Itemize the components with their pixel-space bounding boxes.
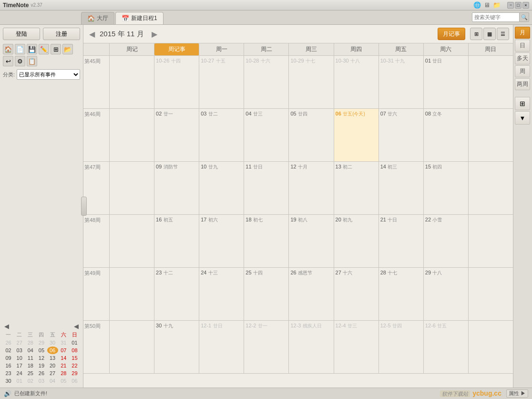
filter-icon-button[interactable]: ▼ [515, 111, 530, 125]
search-input[interactable] [472, 12, 520, 22]
cal-prev-button[interactable]: ◀ [87, 30, 97, 39]
cal-day-cell[interactable]: 15 初四 [424, 162, 469, 214]
mini-day[interactable]: 03 [14, 346, 25, 354]
cal-day-cell[interactable]: 14 初三 [379, 162, 424, 214]
mini-cal-prev2[interactable]: ◀ [72, 323, 80, 330]
dow-monday[interactable]: 周一 [199, 43, 244, 55]
cal-day-cell-last[interactable] [469, 215, 513, 267]
mini-day[interactable]: 17 [14, 362, 25, 369]
tab-hall[interactable]: 🏠 大厅 [81, 12, 114, 24]
undo-icon[interactable]: ↩ [3, 56, 13, 66]
cal-day-cell[interactable]: 10-31 十九 [379, 56, 424, 108]
month-view-button[interactable]: 月 [515, 27, 530, 39]
cal-day-cell[interactable]: 25 十四 [244, 268, 289, 320]
cal-day-cell[interactable]: 12-5 廿四 [379, 321, 424, 373]
cal-day-cell[interactable]: 28 十七 [379, 268, 424, 320]
week-diary-cell[interactable] [110, 56, 154, 108]
mini-day[interactable]: 26 [3, 339, 14, 346]
cal-day-cell[interactable]: 10-26 十四 [154, 56, 199, 108]
mini-day[interactable]: 04 [47, 377, 58, 385]
minimize-button[interactable]: － [507, 2, 514, 9]
maximize-button[interactable]: □ [515, 2, 522, 9]
mini-day[interactable]: 28 [25, 339, 36, 346]
mini-day[interactable]: 09 [3, 354, 14, 362]
mini-day[interactable]: 27 [47, 369, 58, 377]
cal-day-cell[interactable]: 09 消防节 [154, 162, 199, 214]
mini-day[interactable]: 23 [3, 369, 14, 377]
mini-day[interactable]: 08 [69, 346, 80, 354]
mini-day[interactable]: 01 [14, 377, 25, 385]
cal-day-cell[interactable]: 12-6 廿五 [424, 321, 469, 373]
week-view-button[interactable]: 周 [515, 65, 530, 77]
properties-button[interactable]: 属性 ▶ [506, 389, 528, 398]
tab-new-event[interactable]: 📅 新建日程1 [115, 12, 164, 24]
dow-wednesday[interactable]: 周三 [289, 43, 334, 55]
week-view-icon[interactable]: ▦ [483, 28, 496, 40]
cal-day-cell-last[interactable] [469, 162, 513, 214]
cal-day-cell[interactable]: 12-3 残疾人日 [289, 321, 334, 373]
home-icon[interactable]: 🏠 [3, 44, 13, 54]
cal-day-cell[interactable]: 10-28 十六 [244, 56, 289, 108]
dow-thursday[interactable]: 周四 [334, 43, 379, 55]
cal-day-cell-last[interactable] [469, 268, 513, 320]
cal-day-cell-last[interactable] [469, 109, 513, 161]
cal-day-cell[interactable]: 29 十八 [424, 268, 469, 320]
cal-day-cell[interactable]: 11 廿日 [244, 162, 289, 214]
cal-day-cell[interactable]: 22 小雪 [424, 215, 469, 267]
mini-day[interactable]: 30 [47, 339, 58, 346]
new-file-icon[interactable]: 📄 [15, 44, 25, 54]
two-week-view-button[interactable]: 两周 [515, 78, 530, 90]
week-diary-cell[interactable] [110, 109, 154, 161]
clipboard-icon[interactable]: 📋 [27, 56, 37, 66]
week-diary-cell[interactable] [110, 321, 154, 373]
open-folder-icon[interactable]: 📂 [62, 44, 73, 54]
mini-day[interactable]: 16 [3, 362, 14, 369]
mini-day[interactable]: 31 [58, 339, 69, 346]
multi-day-view-button[interactable]: 多天 [515, 52, 530, 64]
mini-day-today[interactable]: 06 [47, 346, 58, 354]
cal-day-cell[interactable]: 13 初二 [334, 162, 379, 214]
month-events-button[interactable]: 月记事 [438, 28, 465, 40]
week-diary-cell[interactable] [110, 268, 154, 320]
cal-day-cell-last[interactable] [469, 56, 513, 108]
dow-saturday[interactable]: 周六 [424, 43, 469, 55]
cal-day-cell[interactable]: 10 廿九 [199, 162, 244, 214]
cal-day-cell-last[interactable] [469, 321, 513, 373]
search-button[interactable]: 🔍 [520, 12, 529, 22]
cal-day-cell[interactable]: 16 初五 [154, 215, 199, 267]
cal-day-cell[interactable]: 19 初八 [289, 215, 334, 267]
dow-sunday[interactable]: 周日 [469, 43, 513, 55]
cal-day-cell[interactable]: 12 十月 [289, 162, 334, 214]
mini-day[interactable]: 10 [14, 354, 25, 362]
save-icon[interactable]: 💾 [27, 44, 37, 54]
cal-next-button[interactable]: ▶ [150, 30, 159, 39]
dow-week-diary[interactable]: 周记 [110, 43, 154, 55]
mini-day[interactable]: 24 [14, 369, 25, 377]
mini-day[interactable]: 21 [58, 362, 69, 369]
cal-day-cell[interactable]: 23 十二 [154, 268, 199, 320]
mini-day[interactable]: 19 [36, 362, 47, 369]
mini-day[interactable]: 22 [69, 362, 80, 369]
mini-day[interactable]: 15 [69, 354, 80, 362]
mini-day[interactable]: 26 [36, 369, 47, 377]
cal-day-cell[interactable]: 17 初六 [199, 215, 244, 267]
cal-day-cell[interactable]: 03 廿二 [199, 109, 244, 161]
cal-day-cell[interactable]: 18 初七 [244, 215, 289, 267]
dow-friday[interactable]: 周五 [379, 43, 424, 55]
close-button[interactable]: × [522, 2, 529, 9]
edit-icon[interactable]: ✏️ [39, 44, 49, 54]
dow-week-events[interactable]: 周记事 [154, 43, 199, 55]
cal-day-cell[interactable]: 12-4 廿三 [334, 321, 379, 373]
mini-day[interactable]: 02 [3, 346, 14, 354]
cal-day-cell[interactable]: 10-27 十五 [199, 56, 244, 108]
apps-icon[interactable]: ⊞ [51, 44, 61, 54]
mini-day[interactable]: 28 [58, 369, 69, 377]
mini-day[interactable]: 13 [47, 354, 58, 362]
cal-day-cell[interactable]: 07 廿六 [379, 109, 424, 161]
mini-day[interactable]: 30 [3, 377, 14, 385]
cal-day-today[interactable]: 06 廿五(今天) [334, 109, 379, 161]
cal-day-cell[interactable]: 21 十日 [379, 215, 424, 267]
cal-day-cell[interactable]: 20 初九 [334, 215, 379, 267]
list-view-icon[interactable]: ☰ [497, 28, 509, 40]
cal-day-cell[interactable]: 01 廿日 [424, 56, 469, 108]
